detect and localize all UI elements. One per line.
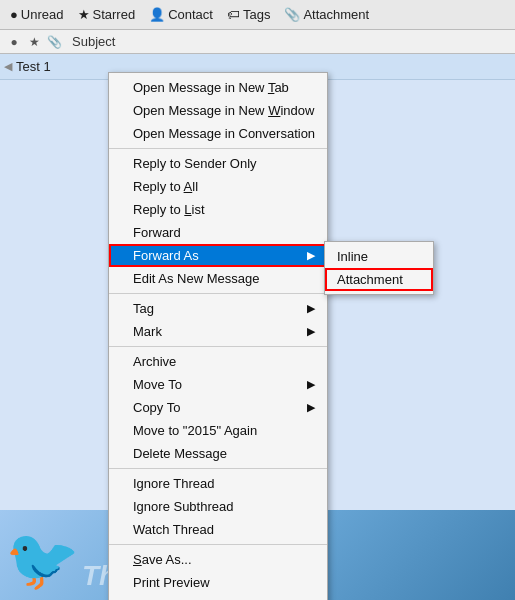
save-as-label: Save As... bbox=[133, 552, 192, 567]
reply-sender-label: Reply to Sender Only bbox=[133, 156, 257, 171]
forward-as-submenu: Inline Attachment bbox=[324, 241, 434, 295]
unread-icon: ● bbox=[10, 7, 18, 22]
edit-new-label: Edit As New Message bbox=[133, 271, 259, 286]
reply-all-label: Reply to All bbox=[133, 179, 198, 194]
open-new-tab-label: Open Message in New Tab bbox=[133, 80, 289, 95]
separator-5 bbox=[109, 544, 327, 545]
toolbar-starred[interactable]: ★ Starred bbox=[72, 5, 142, 24]
copy-to-label: Copy To bbox=[133, 400, 180, 415]
menu-edit-new[interactable]: Edit As New Message bbox=[109, 267, 327, 290]
menu-reply-sender[interactable]: Reply to Sender Only bbox=[109, 152, 327, 175]
menu-forward-as[interactable]: Forward As ▶ Inline Attachment bbox=[109, 244, 327, 267]
separator-4 bbox=[109, 468, 327, 469]
menu-archive[interactable]: Archive bbox=[109, 350, 327, 373]
arrow-icon: ◀ bbox=[4, 60, 12, 73]
move-to-label: Move To bbox=[133, 377, 182, 392]
column-headers: ● ★ 📎 Subject bbox=[0, 30, 515, 54]
menu-ignore-thread[interactable]: Ignore Thread bbox=[109, 472, 327, 495]
context-menu: Open Message in New Tab Open Message in … bbox=[108, 72, 328, 600]
starred-label: Starred bbox=[93, 7, 136, 22]
open-conversation-label: Open Message in Conversation bbox=[133, 126, 315, 141]
menu-open-new-tab[interactable]: Open Message in New Tab bbox=[109, 76, 327, 99]
menu-tag[interactable]: Tag ▶ bbox=[109, 297, 327, 320]
menu-ignore-subthread[interactable]: Ignore Subthread bbox=[109, 495, 327, 518]
menu-copy-to[interactable]: Copy To ▶ bbox=[109, 396, 327, 419]
menu-print-preview[interactable]: Print Preview bbox=[109, 571, 327, 594]
menu-open-new-window[interactable]: Open Message in New Window bbox=[109, 99, 327, 122]
toolbar-tags[interactable]: 🏷 Tags bbox=[221, 5, 276, 24]
ignore-thread-label: Ignore Thread bbox=[133, 476, 214, 491]
attachment-submenu-label: Attachment bbox=[337, 272, 403, 287]
toolbar-attachment[interactable]: 📎 Attachment bbox=[278, 5, 375, 24]
attachment-label: Attachment bbox=[303, 7, 369, 22]
menu-reply-list[interactable]: Reply to List bbox=[109, 198, 327, 221]
toolbar-contact[interactable]: 👤 Contact bbox=[143, 5, 219, 24]
contact-label: Contact bbox=[168, 7, 213, 22]
attach-col-icon: 📎 bbox=[44, 35, 64, 49]
watch-thread-label: Watch Thread bbox=[133, 522, 214, 537]
menu-reply-all[interactable]: Reply to All bbox=[109, 175, 327, 198]
open-new-window-label: Open Message in New Window bbox=[133, 103, 314, 118]
tags-icon: 🏷 bbox=[227, 7, 240, 22]
menu-mark[interactable]: Mark ▶ bbox=[109, 320, 327, 343]
reply-list-label: Reply to List bbox=[133, 202, 205, 217]
mark-arrow: ▶ bbox=[307, 325, 315, 338]
forward-as-label: Forward As bbox=[133, 248, 199, 263]
attachment-icon: 📎 bbox=[284, 7, 300, 22]
tag-label: Tag bbox=[133, 301, 154, 316]
submenu-attachment[interactable]: Attachment bbox=[325, 268, 433, 291]
unread-label: Unread bbox=[21, 7, 64, 22]
read-col-icon: ● bbox=[4, 35, 24, 49]
tag-arrow: ▶ bbox=[307, 302, 315, 315]
subject-column[interactable]: Subject bbox=[72, 34, 115, 49]
thunderbird-bird-icon: 🐦 bbox=[5, 524, 80, 595]
separator-1 bbox=[109, 148, 327, 149]
forward-as-arrow: ▶ bbox=[307, 249, 315, 262]
star-col-icon: ★ bbox=[24, 35, 44, 49]
menu-print[interactable]: Print... bbox=[109, 594, 327, 600]
menu-forward[interactable]: Forward bbox=[109, 221, 327, 244]
inline-label: Inline bbox=[337, 249, 368, 264]
star-icon: ★ bbox=[78, 7, 90, 22]
move-2015-label: Move to "2015" Again bbox=[133, 423, 257, 438]
toolbar: ● Unread ★ Starred 👤 Contact 🏷 Tags 📎 At… bbox=[0, 0, 515, 30]
forward-label: Forward bbox=[133, 225, 181, 240]
separator-3 bbox=[109, 346, 327, 347]
copy-to-arrow: ▶ bbox=[307, 401, 315, 414]
tags-label: Tags bbox=[243, 7, 270, 22]
mark-label: Mark bbox=[133, 324, 162, 339]
menu-watch-thread[interactable]: Watch Thread bbox=[109, 518, 327, 541]
contact-icon: 👤 bbox=[149, 7, 165, 22]
delete-label: Delete Message bbox=[133, 446, 227, 461]
toolbar-unread[interactable]: ● Unread bbox=[4, 5, 70, 24]
menu-move-to[interactable]: Move To ▶ bbox=[109, 373, 327, 396]
print-preview-label: Print Preview bbox=[133, 575, 210, 590]
move-to-arrow: ▶ bbox=[307, 378, 315, 391]
menu-save-as[interactable]: Save As... bbox=[109, 548, 327, 571]
email-subject: Test 1 bbox=[16, 59, 51, 74]
submenu-inline[interactable]: Inline bbox=[325, 245, 433, 268]
menu-move-2015[interactable]: Move to "2015" Again bbox=[109, 419, 327, 442]
ignore-subthread-label: Ignore Subthread bbox=[133, 499, 233, 514]
separator-2 bbox=[109, 293, 327, 294]
menu-delete[interactable]: Delete Message bbox=[109, 442, 327, 465]
archive-label: Archive bbox=[133, 354, 176, 369]
menu-open-conversation[interactable]: Open Message in Conversation bbox=[109, 122, 327, 145]
